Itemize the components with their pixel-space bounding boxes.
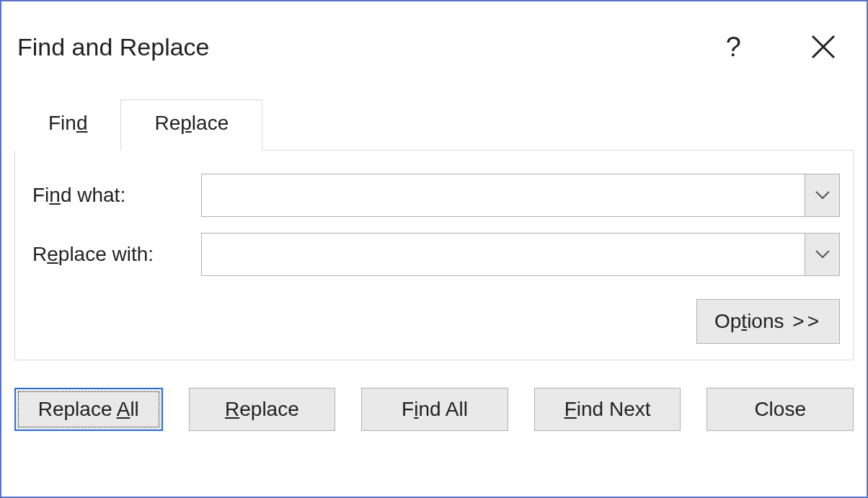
tab-replace-label-pre: Re bbox=[154, 112, 180, 134]
find-replace-dialog: Find and Replace ? Find Replace bbox=[0, 0, 868, 498]
find-next-button[interactable]: Find Next bbox=[534, 388, 681, 431]
close-icon bbox=[810, 34, 836, 60]
replace-with-combo[interactable] bbox=[201, 233, 840, 276]
titlebar: Find and Replace ? bbox=[1, 1, 867, 79]
replace-all-button[interactable]: Replace All bbox=[14, 388, 163, 431]
dialog-actions: Replace All Replace Find All Find Next C… bbox=[14, 388, 854, 431]
dialog-title: Find and Replace bbox=[17, 33, 210, 61]
replace-with-row: Replace with: bbox=[32, 233, 840, 276]
tab-find-mnemonic: d bbox=[76, 112, 88, 134]
chevron-right-icon: >> bbox=[792, 310, 822, 332]
replace-button[interactable]: Replace bbox=[189, 388, 336, 431]
options-button[interactable]: Options >> bbox=[696, 299, 840, 344]
tab-find[interactable]: Find bbox=[14, 99, 121, 151]
tab-find-label-pre: Fin bbox=[48, 112, 76, 134]
tab-area: Find Replace Find what: bbox=[14, 99, 854, 360]
tab-replace[interactable]: Replace bbox=[120, 99, 262, 151]
titlebar-controls: ? bbox=[726, 30, 841, 64]
find-what-label: Find what: bbox=[32, 184, 201, 207]
chevron-down-icon bbox=[815, 249, 831, 259]
replace-with-dropdown-button[interactable] bbox=[805, 234, 839, 275]
chevron-down-icon bbox=[815, 190, 831, 200]
options-row: Options >> bbox=[32, 299, 840, 344]
find-what-dropdown-button[interactable] bbox=[805, 174, 839, 216]
replace-panel: Find what: Replace with: bbox=[14, 150, 854, 360]
find-what-combo[interactable] bbox=[201, 174, 840, 217]
replace-with-label: Replace with: bbox=[32, 243, 201, 266]
replace-with-input[interactable] bbox=[202, 234, 805, 275]
find-all-button[interactable]: Find All bbox=[361, 388, 508, 431]
close-button[interactable]: Close bbox=[707, 388, 854, 431]
question-icon: ? bbox=[726, 32, 741, 62]
close-window-button[interactable] bbox=[806, 30, 841, 64]
tab-replace-mnemonic: p bbox=[180, 112, 192, 134]
tabstrip: Find Replace bbox=[14, 99, 854, 151]
find-what-row: Find what: bbox=[32, 174, 840, 217]
tab-replace-label-post: lace bbox=[192, 112, 229, 134]
find-what-input[interactable] bbox=[202, 174, 805, 216]
help-button[interactable]: ? bbox=[726, 33, 741, 61]
